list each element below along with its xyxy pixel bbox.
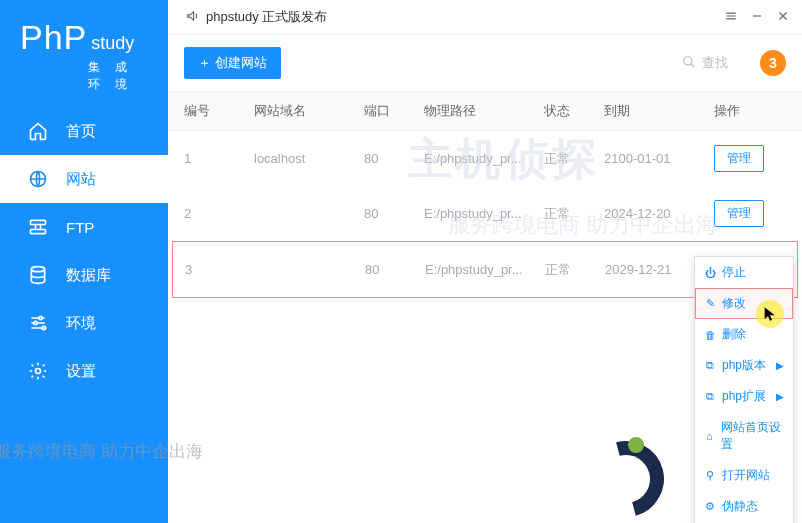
search-box[interactable]: 查找 <box>674 50 736 76</box>
ftp-icon <box>28 217 48 237</box>
chevron-right-icon: ▶ <box>776 391 784 402</box>
step-badge: 3 <box>760 50 786 76</box>
main: 主机侦探 服务跨境电商 助力中企出海 phpstudy 正式版发布 ＋创建网站 … <box>168 0 802 523</box>
pencil-icon: ✎ <box>704 297 716 310</box>
col-domain: 网站域名 <box>254 102 364 120</box>
context-menu: ⏻停止 ✎修改 🗑删除 ⧉php版本▶ ⧉php扩展▶ ⌂网站首页设置 ⚲打开网… <box>694 256 794 523</box>
gear-icon: ⚙ <box>704 500 716 513</box>
cm-open-site[interactable]: ⚲打开网站 <box>695 460 793 491</box>
globe-icon <box>28 169 48 189</box>
stack-icon: ⧉ <box>704 390 716 403</box>
chevron-right-icon: ▶ <box>776 360 784 371</box>
nav-label: 设置 <box>66 362 96 381</box>
nav-label: 环境 <box>66 314 96 333</box>
announce-icon <box>186 9 200 26</box>
search-icon <box>682 55 696 72</box>
stack-icon: ⧉ <box>704 359 716 372</box>
nav-ftp[interactable]: FTP <box>0 203 168 251</box>
cm-phpext[interactable]: ⧉php扩展▶ <box>695 381 793 412</box>
cm-stop[interactable]: ⏻停止 <box>695 257 793 288</box>
minimize-icon[interactable] <box>750 9 764 26</box>
svg-rect-1 <box>31 220 46 224</box>
logo-tagline: 集 成 环 境 <box>88 59 148 93</box>
plus-icon: ＋ <box>198 54 211 72</box>
sliders-icon <box>28 313 48 333</box>
nav-label: 数据库 <box>66 266 111 285</box>
nav-home[interactable]: 首页 <box>0 107 168 155</box>
watermark: 服务跨境电商 助力中企出海 <box>0 440 203 463</box>
footer-swoosh-icon <box>582 435 652 505</box>
titlebar: phpstudy 正式版发布 <box>168 0 802 35</box>
nav-label: 网站 <box>66 170 96 189</box>
menu-icon[interactable] <box>724 9 738 26</box>
create-site-button[interactable]: ＋创建网站 <box>184 47 281 79</box>
col-action: 操作 <box>714 102 784 120</box>
svg-point-8 <box>684 56 692 64</box>
home-icon: ⌂ <box>704 430 715 442</box>
manage-button[interactable]: 管理 <box>714 145 764 172</box>
home-icon <box>28 121 48 141</box>
toolbar: ＋创建网站 查找 3 <box>168 35 802 91</box>
col-path: 物理路径 <box>424 102 544 120</box>
cursor-highlight <box>756 300 784 328</box>
col-expire: 到期 <box>604 102 714 120</box>
logo-main: PhP <box>20 18 87 56</box>
database-icon <box>28 265 48 285</box>
search-placeholder: 查找 <box>702 54 728 72</box>
open-icon: ⚲ <box>704 469 716 482</box>
logo: PhPstudy 集 成 环 境 <box>0 0 168 107</box>
svg-point-3 <box>31 267 44 272</box>
logo-sub: study <box>91 33 134 53</box>
nav-settings[interactable]: 设置 <box>0 347 168 395</box>
gear-icon <box>28 361 48 381</box>
svg-point-7 <box>36 369 41 374</box>
power-icon: ⏻ <box>704 267 716 279</box>
watermark: 主机侦探 <box>408 130 600 189</box>
svg-point-6 <box>42 326 45 329</box>
svg-point-4 <box>39 316 42 319</box>
announce-text: phpstudy 正式版发布 <box>206 8 327 26</box>
cm-rewrite[interactable]: ⚙伪静态 <box>695 491 793 522</box>
col-port: 端口 <box>364 102 424 120</box>
manage-button[interactable]: 管理 <box>714 200 764 227</box>
trash-icon: 🗑 <box>704 329 716 341</box>
nav-db[interactable]: 数据库 <box>0 251 168 299</box>
svg-rect-2 <box>31 230 46 234</box>
table-header: 编号 网站域名 端口 物理路径 状态 到期 操作 <box>168 91 802 131</box>
cm-homepage[interactable]: ⌂网站首页设置 <box>695 412 793 460</box>
close-icon[interactable] <box>776 9 790 26</box>
col-id: 编号 <box>184 102 254 120</box>
nav-label: 首页 <box>66 122 96 141</box>
watermark: 服务跨境电商 助力中企出海 <box>448 210 718 240</box>
nav-env[interactable]: 环境 <box>0 299 168 347</box>
cm-phpver[interactable]: ⧉php版本▶ <box>695 350 793 381</box>
col-status: 状态 <box>544 102 604 120</box>
nav-site[interactable]: 网站 <box>0 155 168 203</box>
svg-point-5 <box>34 321 37 324</box>
nav-label: FTP <box>66 219 94 236</box>
